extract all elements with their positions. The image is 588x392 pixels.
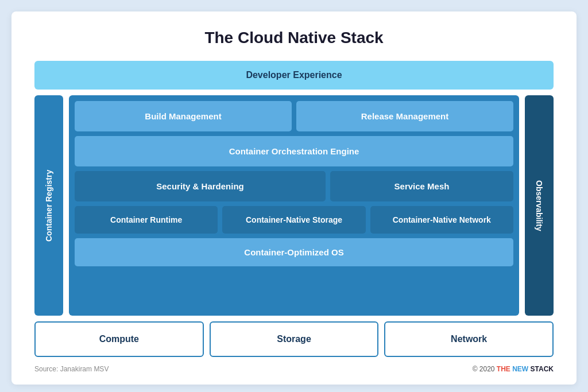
compute-box: Compute — [34, 321, 204, 357]
build-management-box: Build Management — [75, 101, 292, 131]
build-release-row: Build Management Release Management — [75, 101, 513, 131]
network-box: Network — [384, 321, 554, 357]
card: The Cloud Native Stack Developer Experie… — [11, 11, 577, 385]
security-hardening-box: Security & Hardening — [75, 171, 326, 201]
footer: Source: Janakiram MSV © 2020 THE NEW STA… — [34, 365, 554, 373]
orchestration-box: Container Orchestration Engine — [75, 136, 513, 166]
developer-experience-box: Developer Experience — [34, 61, 554, 90]
brand-logo: © 2020 THE NEW STACK — [473, 365, 554, 373]
security-mesh-row: Security & Hardening Service Mesh — [75, 171, 513, 201]
container-native-network-box: Container-Native Network — [370, 206, 513, 234]
storage-box: Storage — [210, 321, 379, 357]
page-title: The Cloud Native Stack — [34, 29, 554, 47]
observability-label: Observability — [525, 95, 554, 316]
container-runtime-box: Container Runtime — [75, 206, 218, 234]
container-native-storage-box: Container-Native Storage — [222, 206, 365, 234]
service-mesh-box: Service Mesh — [330, 171, 513, 201]
release-management-box: Release Management — [296, 101, 513, 131]
middle-section: Container Registry Build Management Rele… — [34, 95, 554, 316]
container-registry-label: Container Registry — [34, 95, 63, 316]
diagram: Developer Experience Container Registry … — [34, 61, 554, 357]
runtime-storage-row: Container Runtime Container-Native Stora… — [75, 206, 513, 234]
main-content-area: Build Management Release Management Cont… — [69, 95, 519, 316]
source-attribution: Source: Janakiram MSV — [34, 365, 109, 373]
optimized-os-box: Container-Optimized OS — [75, 238, 513, 266]
bottom-infrastructure-row: Compute Storage Network — [34, 321, 554, 357]
